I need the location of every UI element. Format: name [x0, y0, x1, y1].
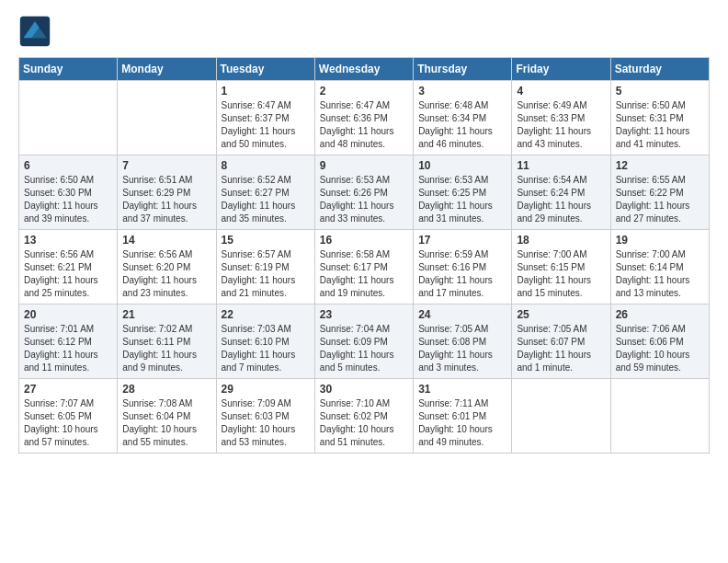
calendar-table: SundayMondayTuesdayWednesdayThursdayFrid…: [18, 57, 710, 454]
day-info: Sunrise: 7:05 AM Sunset: 6:08 PM Dayligh…: [418, 323, 506, 374]
day-info: Sunrise: 6:49 AM Sunset: 6:33 PM Dayligh…: [517, 99, 605, 151]
calendar-week-row: 27Sunrise: 7:07 AM Sunset: 6:05 PM Dayli…: [19, 379, 710, 454]
day-info: Sunrise: 6:56 AM Sunset: 6:21 PM Dayligh…: [24, 248, 112, 300]
day-number: 26: [616, 308, 704, 321]
calendar-cell: 17Sunrise: 6:59 AM Sunset: 6:16 PM Dayli…: [414, 230, 512, 304]
day-info: Sunrise: 6:52 AM Sunset: 6:27 PM Dayligh…: [222, 174, 310, 225]
day-number: 18: [517, 234, 605, 247]
calendar-cell: 14Sunrise: 6:56 AM Sunset: 6:20 PM Dayli…: [118, 230, 216, 304]
day-info: Sunrise: 7:02 AM Sunset: 6:11 PM Dayligh…: [122, 323, 210, 374]
day-number: 17: [418, 234, 506, 247]
calendar-cell: 29Sunrise: 7:09 AM Sunset: 6:03 PM Dayli…: [216, 379, 314, 454]
calendar-cell: 30Sunrise: 7:10 AM Sunset: 6:02 PM Dayli…: [314, 379, 413, 454]
day-number: 3: [418, 85, 506, 98]
day-info: Sunrise: 6:48 AM Sunset: 6:34 PM Dayligh…: [418, 99, 506, 151]
day-number: 15: [222, 234, 310, 247]
day-info: Sunrise: 7:00 AM Sunset: 6:15 PM Dayligh…: [517, 248, 605, 300]
weekday-header-cell: Monday: [118, 58, 216, 81]
calendar-cell: 4Sunrise: 6:49 AM Sunset: 6:33 PM Daylig…: [512, 81, 610, 155]
day-number: 7: [122, 159, 210, 172]
page-header: [18, 15, 710, 48]
calendar-cell: 3Sunrise: 6:48 AM Sunset: 6:34 PM Daylig…: [414, 81, 512, 155]
calendar-body: 1Sunrise: 6:47 AM Sunset: 6:37 PM Daylig…: [19, 81, 710, 454]
day-info: Sunrise: 6:51 AM Sunset: 6:29 PM Dayligh…: [122, 174, 210, 225]
day-number: 10: [418, 159, 506, 172]
day-number: 21: [122, 308, 210, 321]
day-info: Sunrise: 7:11 AM Sunset: 6:01 PM Dayligh…: [418, 397, 506, 449]
day-info: Sunrise: 7:00 AM Sunset: 6:14 PM Dayligh…: [616, 248, 704, 300]
calendar-cell: 27Sunrise: 7:07 AM Sunset: 6:05 PM Dayli…: [19, 379, 118, 454]
calendar-cell: 19Sunrise: 7:00 AM Sunset: 6:14 PM Dayli…: [610, 230, 709, 304]
calendar-cell: 8Sunrise: 6:52 AM Sunset: 6:27 PM Daylig…: [216, 155, 314, 230]
day-number: 29: [222, 383, 310, 396]
day-info: Sunrise: 6:53 AM Sunset: 6:25 PM Dayligh…: [418, 174, 506, 225]
day-number: 27: [24, 383, 112, 396]
day-info: Sunrise: 7:08 AM Sunset: 6:04 PM Dayligh…: [122, 397, 210, 449]
calendar-cell: [19, 81, 118, 155]
day-info: Sunrise: 7:05 AM Sunset: 6:07 PM Dayligh…: [517, 323, 605, 374]
day-info: Sunrise: 6:54 AM Sunset: 6:24 PM Dayligh…: [517, 174, 605, 225]
day-number: 6: [24, 159, 112, 172]
calendar-cell: 25Sunrise: 7:05 AM Sunset: 6:07 PM Dayli…: [512, 304, 610, 379]
calendar-cell: 26Sunrise: 7:06 AM Sunset: 6:06 PM Dayli…: [610, 304, 709, 379]
day-info: Sunrise: 6:56 AM Sunset: 6:20 PM Dayligh…: [122, 248, 210, 300]
day-info: Sunrise: 6:47 AM Sunset: 6:36 PM Dayligh…: [320, 99, 408, 151]
calendar-cell: [118, 81, 216, 155]
day-number: 31: [418, 383, 506, 396]
weekday-header-cell: Thursday: [414, 58, 512, 81]
day-number: 20: [24, 308, 112, 321]
day-info: Sunrise: 6:58 AM Sunset: 6:17 PM Dayligh…: [320, 248, 408, 300]
calendar-cell: 15Sunrise: 6:57 AM Sunset: 6:19 PM Dayli…: [216, 230, 314, 304]
day-info: Sunrise: 6:55 AM Sunset: 6:22 PM Dayligh…: [616, 174, 704, 225]
calendar-week-row: 6Sunrise: 6:50 AM Sunset: 6:30 PM Daylig…: [19, 155, 710, 230]
calendar-cell: 24Sunrise: 7:05 AM Sunset: 6:08 PM Dayli…: [414, 304, 512, 379]
day-number: 25: [517, 308, 605, 321]
calendar-cell: 6Sunrise: 6:50 AM Sunset: 6:30 PM Daylig…: [19, 155, 118, 230]
calendar-cell: 1Sunrise: 6:47 AM Sunset: 6:37 PM Daylig…: [216, 81, 314, 155]
calendar-week-row: 20Sunrise: 7:01 AM Sunset: 6:12 PM Dayli…: [19, 304, 710, 379]
day-info: Sunrise: 7:07 AM Sunset: 6:05 PM Dayligh…: [24, 397, 112, 449]
day-number: 8: [222, 159, 310, 172]
calendar-cell: 9Sunrise: 6:53 AM Sunset: 6:26 PM Daylig…: [314, 155, 413, 230]
calendar-cell: 18Sunrise: 7:00 AM Sunset: 6:15 PM Dayli…: [512, 230, 610, 304]
weekday-header-row: SundayMondayTuesdayWednesdayThursdayFrid…: [19, 58, 710, 81]
calendar-cell: 23Sunrise: 7:04 AM Sunset: 6:09 PM Dayli…: [314, 304, 413, 379]
day-info: Sunrise: 7:10 AM Sunset: 6:02 PM Dayligh…: [320, 397, 408, 449]
weekday-header-cell: Sunday: [19, 58, 118, 81]
day-number: 16: [320, 234, 408, 247]
logo: [18, 15, 57, 48]
calendar-cell: 2Sunrise: 6:47 AM Sunset: 6:36 PM Daylig…: [314, 81, 413, 155]
day-info: Sunrise: 6:50 AM Sunset: 6:30 PM Dayligh…: [24, 174, 112, 225]
day-number: 30: [320, 383, 408, 396]
calendar-cell: 7Sunrise: 6:51 AM Sunset: 6:29 PM Daylig…: [118, 155, 216, 230]
day-number: 5: [616, 85, 704, 98]
day-info: Sunrise: 6:59 AM Sunset: 6:16 PM Dayligh…: [418, 248, 506, 300]
day-number: 28: [122, 383, 210, 396]
calendar-week-row: 13Sunrise: 6:56 AM Sunset: 6:21 PM Dayli…: [19, 230, 710, 304]
weekday-header-cell: Tuesday: [216, 58, 314, 81]
calendar-cell: 31Sunrise: 7:11 AM Sunset: 6:01 PM Dayli…: [414, 379, 512, 454]
logo-icon: [18, 15, 51, 48]
calendar-cell: 13Sunrise: 6:56 AM Sunset: 6:21 PM Dayli…: [19, 230, 118, 304]
day-number: 23: [320, 308, 408, 321]
day-info: Sunrise: 7:03 AM Sunset: 6:10 PM Dayligh…: [222, 323, 310, 374]
day-info: Sunrise: 6:57 AM Sunset: 6:19 PM Dayligh…: [222, 248, 310, 300]
day-info: Sunrise: 7:04 AM Sunset: 6:09 PM Dayligh…: [320, 323, 408, 374]
day-number: 9: [320, 159, 408, 172]
day-info: Sunrise: 6:50 AM Sunset: 6:31 PM Dayligh…: [616, 99, 704, 151]
day-number: 11: [517, 159, 605, 172]
day-number: 14: [122, 234, 210, 247]
weekday-header-cell: Friday: [512, 58, 610, 81]
weekday-header-cell: Saturday: [610, 58, 709, 81]
day-info: Sunrise: 7:01 AM Sunset: 6:12 PM Dayligh…: [24, 323, 112, 374]
weekday-header-cell: Wednesday: [314, 58, 413, 81]
calendar-cell: 20Sunrise: 7:01 AM Sunset: 6:12 PM Dayli…: [19, 304, 118, 379]
day-info: Sunrise: 6:47 AM Sunset: 6:37 PM Dayligh…: [222, 99, 310, 151]
calendar-cell: [610, 379, 709, 454]
day-number: 19: [616, 234, 704, 247]
day-info: Sunrise: 6:53 AM Sunset: 6:26 PM Dayligh…: [320, 174, 408, 225]
calendar-cell: 11Sunrise: 6:54 AM Sunset: 6:24 PM Dayli…: [512, 155, 610, 230]
calendar-week-row: 1Sunrise: 6:47 AM Sunset: 6:37 PM Daylig…: [19, 81, 710, 155]
calendar-cell: 28Sunrise: 7:08 AM Sunset: 6:04 PM Dayli…: [118, 379, 216, 454]
day-number: 22: [222, 308, 310, 321]
